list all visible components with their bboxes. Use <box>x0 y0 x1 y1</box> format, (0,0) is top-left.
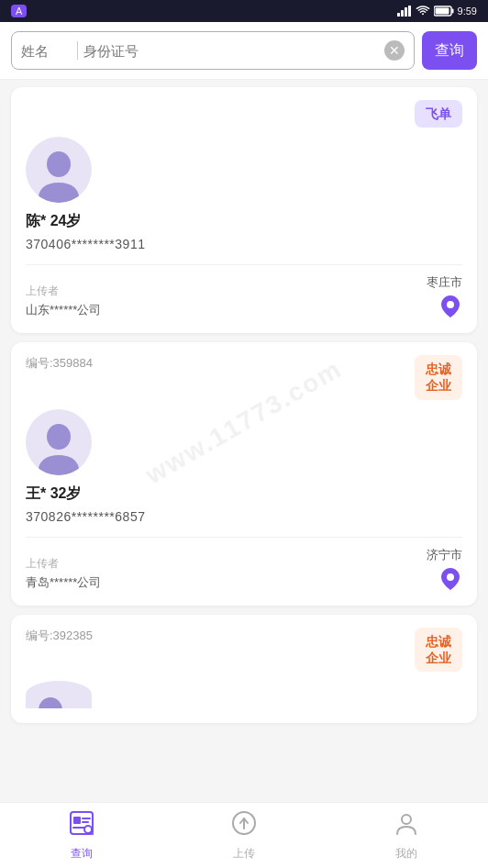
card-2[interactable]: 编号:359884 忠诚 企业 王* 32岁 370826********685… <box>11 342 477 605</box>
status-bar: A 9:59 <box>0 0 488 22</box>
svg-rect-3 <box>408 6 411 17</box>
svg-point-10 <box>447 573 454 581</box>
app-icon: A <box>11 5 27 17</box>
nav-item-query[interactable]: 查询 <box>0 810 162 862</box>
card-1-city: 枣庄市 <box>427 274 462 291</box>
query-nav-icon <box>69 810 94 842</box>
battery-icon <box>434 6 454 17</box>
search-input-container: ✕ <box>11 31 415 70</box>
avatar-icon-2 <box>34 420 83 475</box>
card-1[interactable]: 飞单 陈* 24岁 370406********3911 上传者 山东*****… <box>11 87 477 333</box>
card-2-avatar <box>26 409 92 475</box>
upload-nav-icon <box>231 810 257 842</box>
card-1-uploader: 上传者 山东******公司 <box>26 284 101 318</box>
svg-rect-6 <box>435 8 449 15</box>
profile-nav-icon <box>394 810 419 842</box>
card-1-id-num: 370406********3911 <box>26 237 462 251</box>
card-1-name-age: 陈* 24岁 <box>26 212 462 231</box>
card-1-uploader-name: 山东******公司 <box>26 302 101 318</box>
location-icon <box>438 295 462 318</box>
card-1-tag: 飞单 <box>415 100 462 128</box>
content-area: 飞单 陈* 24岁 370406********3911 上传者 山东*****… <box>0 80 488 796</box>
location-icon-2 <box>438 567 462 591</box>
svg-point-8 <box>447 301 454 308</box>
nav-item-upload[interactable]: 上传 <box>162 810 325 862</box>
nav-label-profile: 我的 <box>395 846 417 862</box>
card-3[interactable]: 编号:392385 忠诚 企业 <box>11 615 477 723</box>
svg-rect-0 <box>397 13 400 17</box>
search-bar: ✕ 查询 <box>0 22 488 80</box>
card-1-uploader-label: 上传者 <box>26 284 101 299</box>
avatar-icon <box>34 148 83 203</box>
svg-point-21 <box>402 815 411 824</box>
card-2-id: 编号:359884 <box>26 355 93 372</box>
svg-rect-1 <box>401 10 404 17</box>
card-3-tag: 忠诚 企业 <box>415 628 462 672</box>
input-divider <box>77 41 78 60</box>
card-2-city: 济宁市 <box>427 547 462 563</box>
svg-rect-13 <box>73 817 81 824</box>
card-2-tag: 忠诚 企业 <box>415 355 462 399</box>
card-2-location: 济宁市 <box>427 547 462 591</box>
svg-point-7 <box>47 151 71 177</box>
card-2-uploader-name: 青岛******公司 <box>26 574 101 591</box>
avatar-icon-3 <box>26 694 75 708</box>
query-button[interactable]: 查询 <box>422 31 477 70</box>
card-3-id: 编号:392385 <box>26 628 93 644</box>
status-bar-left: A <box>11 5 27 17</box>
nav-label-upload: 上传 <box>233 846 255 862</box>
wifi-icon <box>416 6 430 17</box>
card-2-uploader-label: 上传者 <box>26 556 101 572</box>
bottom-nav: 查询 上传 我的 <box>0 802 488 868</box>
card-3-header: 编号:392385 忠诚 企业 <box>26 628 462 672</box>
card-1-avatar <box>26 137 92 203</box>
card-1-header: 飞单 <box>26 100 462 128</box>
clear-button[interactable]: ✕ <box>384 40 405 61</box>
signal-icon <box>397 6 412 17</box>
nav-item-profile[interactable]: 我的 <box>326 810 488 862</box>
svg-rect-2 <box>405 7 407 17</box>
status-bar-right: 9:59 <box>397 6 477 17</box>
pin-icon-2 <box>441 568 460 590</box>
card-2-footer: 上传者 青岛******公司 济宁市 <box>26 537 462 591</box>
nav-label-query: 查询 <box>71 846 93 862</box>
card-2-uploader: 上传者 青岛******公司 <box>26 556 101 591</box>
time-display: 9:59 <box>458 6 477 17</box>
card-1-footer: 上传者 山东******公司 枣庄市 <box>26 264 462 318</box>
card-3-avatar-partial <box>26 681 92 708</box>
card-2-name-age: 王* 32岁 <box>26 484 462 504</box>
svg-line-18 <box>91 832 93 834</box>
svg-rect-5 <box>451 9 453 14</box>
svg-point-11 <box>39 697 62 708</box>
pin-icon <box>441 295 460 317</box>
svg-point-9 <box>47 424 71 450</box>
name-input[interactable] <box>21 43 72 59</box>
id-input[interactable] <box>83 43 379 59</box>
card-2-id-num: 370826********6857 <box>26 509 462 524</box>
card-1-location: 枣庄市 <box>427 274 462 318</box>
card-2-header: 编号:359884 忠诚 企业 <box>26 355 462 399</box>
